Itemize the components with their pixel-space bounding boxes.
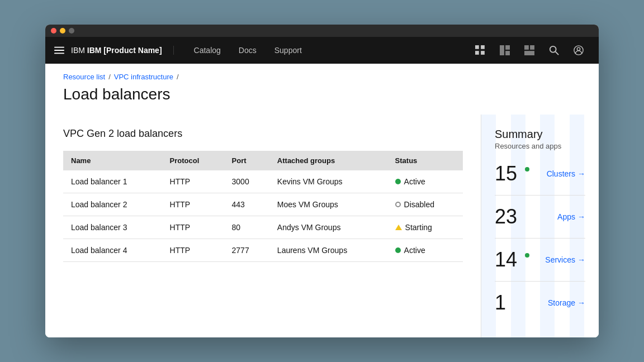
summary-link-storage[interactable]: Storage → [548,298,585,307]
col-header-groups: Attached groups [269,151,387,170]
summary-count-apps: 23 [495,207,522,227]
page-title: Load balancers [63,85,581,103]
cell-protocol: HTTP [162,170,224,193]
summary-content: Summary Resources and apps 15 Clusters →… [495,128,585,313]
svg-rect-4 [481,45,485,49]
summary-link-clusters[interactable]: Clusters → [547,169,585,178]
cell-name: Load balancer 2 [63,193,162,216]
nav-links: Catalog Docs Support [185,37,469,64]
cell-protocol: HTTP [162,216,224,239]
svg-rect-1 [54,50,64,51]
status-label: Starting [405,223,432,232]
brand-name: IBM IBM [Product Name] [71,46,174,55]
content-area: VPC Gen 2 load balancers Name Protocol P… [45,115,481,337]
cell-groups: Andys VM Groups [269,216,387,239]
cell-name: Load balancer 1 [63,170,162,193]
maximize-button[interactable] [69,28,74,34]
search-icon-btn[interactable] [543,37,565,64]
cell-status: Active [387,170,463,193]
nav-link-catalog[interactable]: Catalog [185,37,230,64]
summary-subtitle: Resources and apps [495,142,585,150]
status-triangle-starting [395,225,402,230]
cell-name: Load balancer 3 [63,216,162,239]
summary-item-apps: 23 Apps → [495,207,585,227]
cell-port: 80 [224,216,269,239]
app-window: IBM IBM [Product Name] Catalog Docs Supp… [45,25,599,337]
svg-rect-11 [530,45,534,50]
cell-status: Active [387,239,463,262]
summary-divider [495,281,585,282]
cell-groups: Laurens VM Groups [269,239,387,262]
status-label: Active [404,177,425,186]
table-row[interactable]: Load balancer 4 HTTP 2777 Laurens VM Gro… [63,239,463,262]
status-dot-active [395,179,401,184]
col-header-status: Status [387,151,463,170]
summary-no-dot [525,296,529,301]
status-dot-disabled [395,202,401,207]
summary-divider [495,238,585,239]
nav-link-docs[interactable]: Docs [230,37,266,64]
summary-item-services: 14 Services → [495,250,585,270]
summary-item-clusters: 15 Clusters → [495,164,585,184]
summary-link-apps[interactable]: Apps → [557,212,585,221]
summary-divider [495,195,585,196]
summary-count-storage: 1 [495,293,522,313]
grid-icon-btn[interactable] [469,37,491,64]
svg-point-16 [577,47,580,50]
page-header: Resource list / VPC infrastructure / Loa… [45,64,599,115]
cell-port: 2777 [224,239,269,262]
cell-status: Starting [387,216,463,239]
cell-protocol: HTTP [162,239,224,262]
breadcrumb-vpc-infra[interactable]: VPC infrastructure [114,73,173,81]
load-balancers-table: Name Protocol Port Attached groups Statu… [63,151,463,262]
summary-count-clusters: 15 [495,164,522,184]
status-label: Active [404,246,425,255]
summary-link-label-services: Services [545,255,575,264]
summary-link-label-clusters: Clusters [547,169,575,178]
minimize-button[interactable] [60,28,65,34]
user-icon-btn[interactable] [567,37,590,64]
summary-link-label-apps: Apps [557,212,575,221]
table-row[interactable]: Load balancer 2 HTTP 443 Moes VM Groups … [63,193,463,216]
table-header-row: Name Protocol Port Attached groups Statu… [63,151,463,170]
breadcrumb-sep-2: / [177,73,179,81]
summary-no-dot [525,210,529,215]
cell-groups: Moes VM Groups [269,193,387,216]
table-row[interactable]: Load balancer 1 HTTP 3000 Kevins VM Grou… [63,170,463,193]
arrow-right-icon: → [577,212,585,221]
arrow-right-icon: → [577,169,585,178]
hamburger-menu-icon[interactable] [54,45,71,55]
breadcrumb: Resource list / VPC infrastructure / [63,73,581,81]
close-button[interactable] [51,28,56,34]
summary-sidebar: Summary Resources and apps 15 Clusters →… [481,115,599,337]
svg-rect-12 [524,51,534,55]
breadcrumb-resource-list[interactable]: Resource list [63,73,105,81]
layout-icon-btn[interactable] [494,37,516,64]
dashboard-icon-btn[interactable] [518,37,541,64]
svg-rect-8 [505,45,510,50]
breadcrumb-sep-1: / [108,73,111,81]
top-navbar: IBM IBM [Product Name] Catalog Docs Supp… [45,37,599,64]
svg-rect-7 [500,45,504,55]
window-chrome [45,25,599,37]
nav-link-support[interactable]: Support [266,37,311,64]
summary-title: Summary [495,128,585,141]
table-row[interactable]: Load balancer 3 HTTP 80 Andys VM Groups … [63,216,463,239]
page-header-wrapper: Resource list / VPC infrastructure / Loa… [45,64,599,115]
summary-count-services: 14 [495,250,522,270]
arrow-right-icon: → [577,255,585,264]
svg-rect-0 [54,47,64,48]
summary-items: 15 Clusters → 23 Apps → 14 Services → 1 [495,164,585,313]
navbar-actions [469,37,590,64]
summary-link-services[interactable]: Services → [545,255,585,264]
status-label: Disabled [404,200,434,209]
svg-rect-3 [475,45,479,49]
svg-line-14 [556,52,558,55]
svg-rect-6 [481,51,485,55]
cell-port: 3000 [224,170,269,193]
col-header-port: Port [224,151,269,170]
cell-port: 443 [224,193,269,216]
summary-status-dot [525,167,529,172]
summary-item-storage: 1 Storage → [495,293,585,313]
main-layout: VPC Gen 2 load balancers Name Protocol P… [45,115,599,337]
